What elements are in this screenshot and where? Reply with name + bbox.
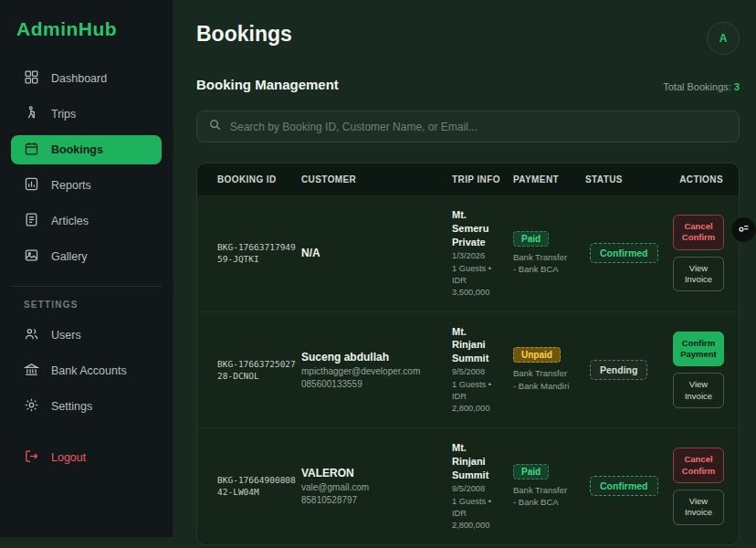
sidebar-item-label: Users xyxy=(51,329,81,342)
customer-cell: Suceng abdullah mpicthagger@developer.co… xyxy=(301,351,452,389)
app-logo: AdminHub xyxy=(16,18,173,40)
sidebar-item-settings[interactable]: Settings xyxy=(11,392,162,421)
actions-cell: Cancel Confirm View Invoice xyxy=(673,448,724,524)
primary-action-button[interactable]: Confirm Payment xyxy=(673,332,724,367)
customer-cell: VALERON vale@gmail.com 85810528797 xyxy=(301,467,452,505)
column-header-status: STATUS xyxy=(585,174,673,184)
bar-chart-icon xyxy=(24,176,39,195)
sidebar-item-label: Articles xyxy=(51,215,89,227)
sidebar-item-dashboard[interactable]: Dashboard xyxy=(11,64,162,93)
logout-button[interactable]: Logout xyxy=(11,443,162,472)
calendar-icon xyxy=(24,141,39,159)
view-invoice-button[interactable]: View Invoice xyxy=(673,373,724,408)
customer-name: VALERON xyxy=(301,467,452,480)
status-badge: Pending xyxy=(590,360,647,380)
customer-name: N/A xyxy=(301,247,452,259)
trip-date: 1/3/2026 xyxy=(452,250,499,262)
status-cell: Confirmed xyxy=(585,243,673,263)
view-invoice-button[interactable]: View Invoice xyxy=(673,257,724,292)
payment-cell: Unpaid Bank Transfer - Bank Mandiri xyxy=(513,347,572,393)
page-title: Bookings xyxy=(196,22,292,47)
avatar[interactable]: A xyxy=(707,22,740,55)
booking-id: BKG-1766490080842-LW04M xyxy=(217,474,298,499)
primary-action-button[interactable]: Cancel Confirm xyxy=(673,215,724,250)
customer-phone: 085600133559 xyxy=(301,379,452,389)
payment-cell: Paid Bank Transfer - Bank BCA xyxy=(513,231,572,277)
bank-icon xyxy=(24,362,39,380)
sidebar-item-bank-accounts[interactable]: Bank Accounts xyxy=(11,356,162,385)
status-cell: Confirmed xyxy=(585,476,673,496)
image-icon xyxy=(24,248,39,266)
payment-cell: Paid Bank Transfer - Bank BCA xyxy=(513,464,572,510)
document-icon xyxy=(24,212,39,230)
sidebar-item-gallery[interactable]: Gallery xyxy=(11,242,162,271)
sidebar-item-articles[interactable]: Articles xyxy=(11,206,162,236)
trip-details: 1 Guests • IDR 2,800,000 xyxy=(452,379,499,415)
floating-list-button[interactable] xyxy=(730,216,756,243)
trip-date: 9/5/2008 xyxy=(452,366,499,378)
column-header-booking-id: BOOKING ID xyxy=(217,174,301,184)
sidebar-item-bookings[interactable]: Bookings xyxy=(11,135,162,164)
search-input[interactable] xyxy=(230,121,728,133)
sidebar-item-users[interactable]: Users xyxy=(11,321,162,350)
payment-method: Bank Transfer - Bank BCA xyxy=(513,251,572,277)
table-header: BOOKING ID CUSTOMER TRIP INFO PAYMENT ST… xyxy=(197,163,739,195)
actions-cell: Confirm Payment View Invoice xyxy=(673,332,724,408)
customer-email: vale@gmail.com xyxy=(301,482,452,492)
column-header-actions: ACTIONS xyxy=(673,174,723,184)
payment-badge: Unpaid xyxy=(513,347,561,363)
column-header-trip-info: TRIP INFO xyxy=(452,174,513,184)
trip-title: Mt. Rinjani Summit xyxy=(452,441,499,482)
table-body: BKG-1766371794959-JQTKI N/A Mt. Semeru P… xyxy=(197,195,739,544)
main-content: Bookings A Booking Management Total Book… xyxy=(173,0,756,548)
trip-details: 1 Guests • IDR 3,500,000 xyxy=(452,263,499,299)
status-cell: Pending xyxy=(585,360,673,380)
column-header-payment: PAYMENT xyxy=(513,174,585,184)
sidebar-divider xyxy=(11,286,162,287)
total-bookings-value: 3 xyxy=(734,81,740,92)
settings-nav: Users Bank Accounts Settings Logout xyxy=(0,321,173,472)
sidebar-item-label: Reports xyxy=(51,179,91,192)
trip-date: 9/5/2008 xyxy=(452,483,499,495)
settings-section-label: SETTINGS xyxy=(24,300,173,310)
customer-cell: N/A xyxy=(301,247,452,259)
sidebar-item-label: Settings xyxy=(51,400,92,413)
status-badge: Confirmed xyxy=(590,476,658,496)
trip-info-cell: Mt. Rinjani Summit 9/5/2008 1 Guests • I… xyxy=(452,441,499,532)
payment-method: Bank Transfer - Bank BCA xyxy=(513,484,572,510)
sidebar-item-label: Bank Accounts xyxy=(51,364,127,377)
sidebar-item-trips[interactable]: Trips xyxy=(11,100,162,129)
trip-details: 1 Guests • IDR 2,800,000 xyxy=(452,496,499,532)
sidebar-item-label: Trips xyxy=(51,108,76,121)
payment-badge: Paid xyxy=(513,231,549,247)
column-header-customer: CUSTOMER xyxy=(301,174,452,184)
sidebar-item-label: Logout xyxy=(51,451,86,464)
total-bookings: Total Bookings: 3 xyxy=(663,81,740,92)
sidebar: AdminHub Dashboard Trips Bookings Report… xyxy=(0,0,173,537)
booking-id: BKG-1766371794959-JQTKI xyxy=(217,241,298,266)
gear-icon xyxy=(24,397,39,416)
payment-method: Bank Transfer - Bank Mandiri xyxy=(513,367,572,393)
dashboard-icon xyxy=(24,69,39,88)
primary-action-button[interactable]: Cancel Confirm xyxy=(673,448,724,483)
table-row: BKG-1766372502728-DCNOL Suceng abdullah … xyxy=(197,311,739,428)
sidebar-item-reports[interactable]: Reports xyxy=(11,171,162,200)
sidebar-item-label: Dashboard xyxy=(51,72,107,85)
search-icon xyxy=(208,118,222,135)
hiker-icon xyxy=(24,105,39,123)
trip-title: Mt. Semeru Private xyxy=(452,208,499,249)
trip-info-cell: Mt. Semeru Private 1/3/2026 1 Guests • I… xyxy=(452,208,499,299)
trip-info-cell: Mt. Rinjani Summit 9/5/2008 1 Guests • I… xyxy=(452,325,499,416)
section-title: Booking Management xyxy=(196,77,339,92)
view-invoice-button[interactable]: View Invoice xyxy=(673,490,724,525)
customer-name: Suceng abdullah xyxy=(301,351,452,364)
total-bookings-label: Total Bookings: xyxy=(663,81,731,92)
trip-title: Mt. Rinjani Summit xyxy=(452,325,499,366)
bookings-table: BOOKING ID CUSTOMER TRIP INFO PAYMENT ST… xyxy=(196,163,740,545)
logout-icon xyxy=(24,448,39,467)
playlist-icon xyxy=(737,221,751,238)
payment-badge: Paid xyxy=(513,464,549,480)
users-icon xyxy=(24,326,39,344)
sidebar-item-label: Gallery xyxy=(51,250,88,263)
customer-phone: 85810528797 xyxy=(301,495,452,505)
